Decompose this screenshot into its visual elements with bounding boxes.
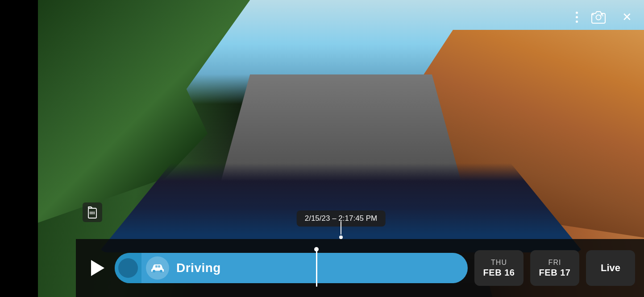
bottom-bar: Driving THU FEB 16 FRI FEB 17 Live <box>76 239 644 297</box>
live-button[interactable]: Live <box>586 250 635 286</box>
svg-rect-8 <box>155 265 158 268</box>
car-icon <box>150 263 165 273</box>
fri-date-label: FEB 17 <box>539 268 571 278</box>
left-sidebar <box>0 0 38 297</box>
sd-card-button[interactable] <box>83 202 102 222</box>
svg-point-7 <box>160 270 162 272</box>
driving-label: Driving <box>176 261 221 275</box>
svg-point-6 <box>153 270 155 272</box>
svg-rect-9 <box>158 265 160 268</box>
play-icon <box>91 260 104 276</box>
live-label: Live <box>601 262 620 274</box>
fri-feb17-button[interactable]: FRI FEB 17 <box>530 250 579 286</box>
timeline-pill[interactable]: Driving <box>115 253 468 283</box>
thu-day-label: THU <box>491 259 507 267</box>
dot-3 <box>576 21 578 23</box>
camera-icon <box>590 10 607 24</box>
timeline-container[interactable]: Driving <box>115 250 468 286</box>
fri-day-label: FRI <box>548 259 561 267</box>
svg-rect-1 <box>88 208 96 218</box>
svg-point-0 <box>596 15 601 20</box>
timeline-pill-left <box>115 253 141 283</box>
close-button[interactable]: ✕ <box>619 9 635 25</box>
video-area: ✕ 2/15/23 – 2:17:45 PM <box>38 0 644 297</box>
more-options-button[interactable] <box>576 12 578 23</box>
scrubber-line <box>341 221 341 235</box>
dot-2 <box>576 16 578 18</box>
top-controls: ✕ <box>576 9 635 25</box>
screenshot-button[interactable] <box>589 9 608 25</box>
timeline-needle[interactable] <box>316 249 317 287</box>
thu-date-label: FEB 16 <box>483 268 515 278</box>
play-button[interactable] <box>85 256 108 280</box>
thu-feb16-button[interactable]: THU FEB 16 <box>474 250 524 286</box>
dot-1 <box>576 12 578 14</box>
sd-card-icon <box>87 206 98 219</box>
timeline-indicator-circle <box>118 258 138 278</box>
driving-icon-circle <box>146 256 169 280</box>
scrubber-dot <box>339 235 343 239</box>
